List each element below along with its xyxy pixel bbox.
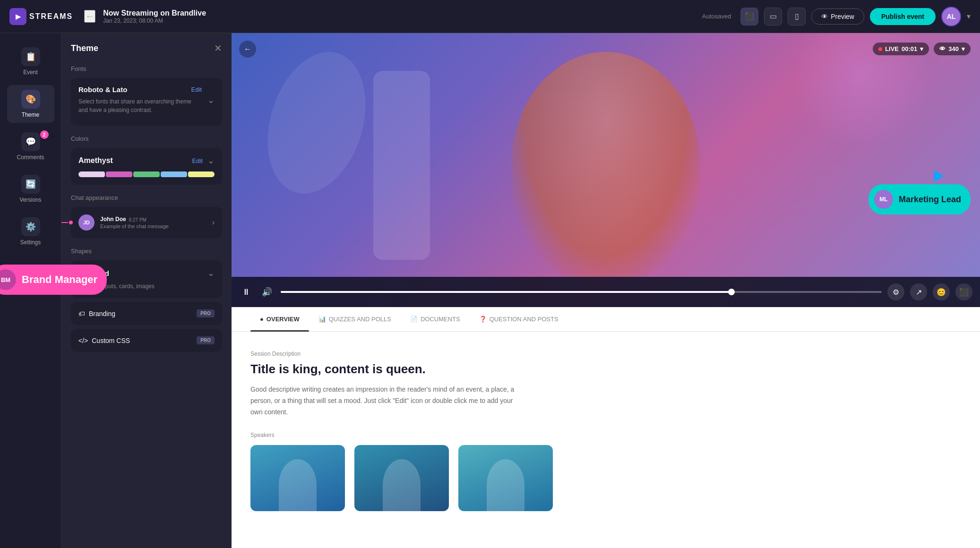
theme-panel-title: Theme: [71, 43, 98, 53]
header-title-block: Now Streaming on Brandlive Jan 23, 2023;…: [103, 9, 702, 24]
questions-tab-icon: ❓: [479, 316, 487, 323]
comments-badge: 2: [40, 130, 49, 139]
tab-questions[interactable]: ❓ QUESTION AND POSTS: [470, 307, 568, 331]
viewers-dropdown-icon[interactable]: ▾: [962, 45, 965, 52]
sidebar-item-label-comments: Comments: [17, 154, 44, 161]
fonts-description: Select fonts that share an overarching t…: [78, 97, 202, 114]
bg-shape-3: [373, 71, 430, 260]
tag-icon: 🏷: [78, 310, 85, 317]
settings-icon: ⚙️: [21, 217, 40, 236]
sidebar-item-event[interactable]: 📋 Event: [7, 43, 54, 80]
brand-manager-tooltip: BM Brand Manager: [0, 265, 107, 295]
progress-bar[interactable]: [281, 291, 882, 293]
tab-quizzes[interactable]: 📊 QUIZZES AND POLLS: [309, 307, 401, 331]
comments-icon: 💬: [21, 132, 40, 151]
chat-example-time: 6:27 PM: [129, 217, 146, 223]
tab-documents[interactable]: 📄 DOCUMENTS: [401, 307, 470, 331]
resize-button[interactable]: ↗: [910, 283, 927, 300]
chat-appearance-card[interactable]: JD John Doe 6:27 PM Example of the chat …: [71, 207, 222, 238]
content-panel: ● OVERVIEW 📊 QUIZZES AND POLLS 📄 DOCUMEN…: [232, 307, 980, 548]
custom-css-label: </> Custom CSS: [78, 337, 130, 344]
emoji-button[interactable]: 😊: [933, 283, 950, 300]
versions-icon: 🔄: [21, 175, 40, 194]
sidebar-item-versions[interactable]: 🔄 Versions: [7, 170, 54, 208]
preview-button[interactable]: 👁 Preview: [811, 9, 864, 25]
publish-button[interactable]: Publish event: [870, 8, 936, 25]
event-datetime: Jan 23, 2023; 08:00 AM: [103, 17, 702, 24]
sidebar-item-label-versions: Versions: [19, 197, 41, 203]
fonts-expand-icon[interactable]: ⌄: [207, 95, 215, 105]
color-theme-name: Amethyst: [78, 156, 113, 165]
shapes-section-label: Shapes: [71, 248, 222, 255]
logo-text: STREAMS: [29, 12, 73, 21]
back-button[interactable]: ←: [84, 10, 95, 23]
mobile-view-button[interactable]: ▯: [788, 8, 806, 26]
speaker-silhouette-3: [487, 459, 524, 511]
user-avatar[interactable]: AL: [941, 7, 961, 26]
progress-handle[interactable]: [728, 289, 735, 295]
logo: ▶ STREAMS: [9, 8, 73, 25]
speaker-silhouette-2: [383, 459, 421, 511]
person-silhouette: [511, 52, 700, 279]
video-player: ← LIVE 00:01 ▾ 👁 340 ▾ ML Marketing Lead…: [232, 33, 980, 307]
fonts-edit-button[interactable]: Edit: [191, 86, 202, 93]
shapes-expand-icon[interactable]: ⌄: [207, 268, 215, 278]
code-icon: </>: [78, 337, 88, 344]
color-swatch-3: [133, 171, 160, 177]
video-background: [232, 33, 980, 307]
desktop-view-button[interactable]: ⬛: [740, 8, 758, 26]
session-description-text: Good descriptive writing creates an impr…: [250, 384, 524, 418]
sidebar-item-theme[interactable]: 🎨 Theme: [7, 85, 54, 123]
colors-card: Amethyst Edit ⌄: [71, 148, 222, 185]
colors-edit-button[interactable]: Edit: [192, 157, 203, 164]
session-title: Title is king, content is queen.: [250, 362, 961, 377]
colors-expand-icon[interactable]: ⌄: [207, 155, 215, 166]
speaker-card-1: [250, 445, 345, 511]
chat-example-name: John Doe: [100, 216, 126, 223]
color-swatch-5: [188, 171, 215, 177]
sidebar-item-label-theme: Theme: [22, 111, 39, 118]
video-shapes: [232, 33, 980, 307]
live-dropdown-icon[interactable]: ▾: [920, 45, 923, 52]
main-content: ← LIVE 00:01 ▾ 👁 340 ▾ ML Marketing Lead…: [232, 33, 980, 548]
avatar-dropdown-icon[interactable]: ▾: [967, 12, 971, 21]
theme-panel-header: Theme ✕: [71, 43, 222, 54]
custom-css-row[interactable]: </> Custom CSS PRO: [71, 329, 222, 352]
brand-manager-label: Brand Manager: [22, 274, 97, 286]
page-title: Now Streaming on Brandlive: [103, 9, 702, 17]
eye-icon: 👁: [939, 45, 946, 52]
settings-control-button[interactable]: ⚙: [887, 283, 904, 300]
session-description-label: Session Description: [250, 351, 961, 357]
caption-button[interactable]: ⬛: [955, 283, 972, 300]
volume-button[interactable]: 🔊: [259, 285, 275, 299]
pause-button[interactable]: ⏸: [239, 285, 253, 299]
custom-css-pro-badge: PRO: [197, 336, 215, 344]
overview-tab-icon: ●: [260, 316, 264, 323]
content-tabs: ● OVERVIEW 📊 QUIZZES AND POLLS 📄 DOCUMEN…: [232, 307, 980, 332]
speaker-silhouette-1: [279, 459, 317, 511]
branding-label: 🏷 Branding: [78, 310, 115, 317]
tablet-view-button[interactable]: ▭: [764, 8, 782, 26]
chat-example-content: John Doe 6:27 PM Example of the chat mes…: [100, 216, 206, 229]
close-theme-panel-button[interactable]: ✕: [214, 43, 222, 54]
preview-icon: 👁: [821, 13, 828, 20]
speaker-face-1: [250, 445, 345, 511]
event-icon: 📋: [21, 47, 40, 66]
marketing-lead-tooltip: ML Marketing Lead: [868, 184, 971, 214]
chat-section-label: Chat appearance: [71, 194, 222, 201]
app-header: ▶ STREAMS ← Now Streaming on Brandlive J…: [0, 0, 980, 33]
pointer-indicator: [61, 221, 73, 224]
color-swatch-1: [78, 171, 105, 177]
sidebar-item-settings[interactable]: ⚙️ Settings: [7, 213, 54, 250]
sidebar-item-comments[interactable]: 💬 Comments 2: [7, 128, 54, 165]
colors-section-label: Colors: [71, 135, 222, 142]
branding-row[interactable]: 🏷 Branding PRO: [71, 302, 222, 325]
tab-overview[interactable]: ● OVERVIEW: [250, 307, 309, 331]
viewers-badge: 👁 340 ▾: [934, 43, 971, 55]
speakers-section-label: Speakers: [250, 432, 961, 438]
font-name: Roboto & Lato: [78, 86, 127, 94]
speaker-card-2: [354, 445, 449, 511]
speaker-card-3: [458, 445, 553, 511]
progress-fill: [281, 291, 731, 293]
video-back-button[interactable]: ←: [239, 41, 256, 58]
